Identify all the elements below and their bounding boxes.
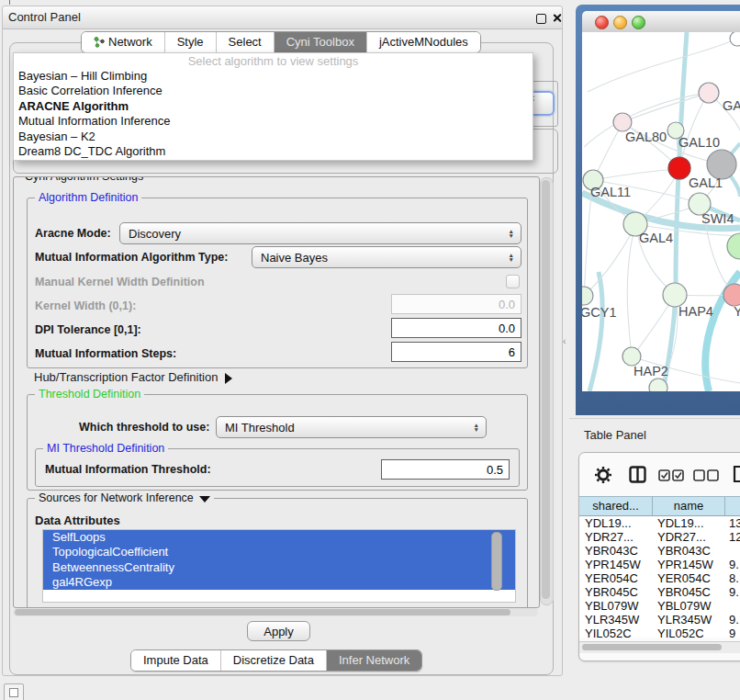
network-canvas[interactable]: GALGAL80GAL10GAL1GAL11SWI4GAL4GCY1HAP4YH…	[582, 32, 740, 391]
close-icon[interactable]	[552, 13, 562, 23]
cyni-bottom-tabbar: Impute DataDiscretize DataInfer Network	[130, 649, 422, 672]
network-node[interactable]	[727, 233, 740, 259]
data-attribute-item[interactable]: gal4RGexp	[43, 575, 515, 590]
table-body: YDL19...YDL19...13YDR27...YDR27...12YBR0…	[579, 516, 740, 638]
float-icon[interactable]	[536, 14, 546, 24]
tab-discretize-data[interactable]: Discretize Data	[220, 650, 326, 671]
zoom-traffic-light-icon[interactable]	[632, 16, 645, 29]
dpi-tolerance-input[interactable]	[391, 318, 521, 338]
table-row[interactable]: YDR27...YDR27...12	[579, 530, 740, 544]
table-hscrollbar-thumb[interactable]	[582, 644, 722, 650]
tab-select[interactable]: Select	[216, 32, 274, 52]
network-node[interactable]	[622, 347, 641, 366]
data-attribute-item[interactable]: SelfLoops	[43, 530, 515, 545]
table-row[interactable]: YBL079WYBL079W	[579, 599, 740, 613]
manual-kernel-checkbox[interactable]	[506, 275, 520, 288]
table-row[interactable]: YER054CYER054C8.	[579, 571, 740, 585]
mi-type-combobox[interactable]: Naive Bayes ▲▼	[252, 246, 521, 268]
kernel-width-label: Kernel Width (0,1):	[35, 299, 136, 312]
stepper-icon: ▲▼	[502, 229, 521, 239]
network-node[interactable]	[582, 287, 593, 305]
table-panel: shared... name YDL19...YDL19...13YDR27..…	[578, 452, 740, 661]
settings-vscrollbar-thumb[interactable]	[542, 180, 550, 599]
data-attributes-list[interactable]: SelfLoopsTopologicalCoefficientBetweenne…	[42, 529, 516, 603]
column-header-name[interactable]: name	[653, 497, 725, 515]
table-cell: 13	[723, 516, 740, 530]
tab-label: Style	[177, 32, 204, 52]
table-cell: YPR145W	[652, 558, 723, 571]
table-cell: 8.	[723, 571, 740, 585]
mi-threshold-group: MI Threshold Definition Mutual Informati…	[35, 448, 520, 487]
table-header-row: shared... name	[579, 496, 740, 516]
tab-jactivemnodules[interactable]: jActiveMNodules	[366, 32, 480, 52]
data-attribute-item[interactable]: BetweennessCentrality	[43, 560, 515, 575]
network-node[interactable]	[730, 32, 740, 46]
algorithm-option[interactable]: Bayesian – Hill Climbing	[14, 69, 533, 84]
network-node-labels: GALGAL80GAL10GAL1GAL11SWI4GAL4GCY1HAP4YH…	[582, 98, 740, 378]
pane-divider-caret[interactable]: ‹	[563, 336, 566, 346]
tab-network[interactable]: Network	[82, 32, 164, 52]
sources-title-text: Sources for Network Inference	[39, 491, 194, 504]
settings-hscrollbar-thumb[interactable]	[15, 609, 510, 615]
network-node[interactable]	[649, 378, 667, 391]
kernel-width-input[interactable]	[391, 294, 521, 314]
new-table-icon[interactable]	[733, 465, 740, 483]
algorithm-option[interactable]: Dream8 DC_TDC Algorithm	[14, 144, 533, 159]
aracne-mode-combobox[interactable]: Discovery ▲▼	[119, 222, 521, 244]
gear-icon[interactable]	[594, 466, 612, 484]
tab-label: jActiveMNodules	[379, 32, 468, 52]
tab-label: Network	[108, 32, 152, 52]
data-attribute-item[interactable]: TopologicalCoefficient	[43, 545, 515, 559]
hub-definition-expander[interactable]: Hub/Transcription Factor Definition	[34, 370, 232, 384]
settings-hscrollbar[interactable]	[13, 608, 538, 616]
table-panel-divider	[569, 418, 740, 419]
apply-button[interactable]: Apply	[247, 621, 310, 641]
network-window-titlebar[interactable]	[582, 11, 740, 33]
tab-style[interactable]: Style	[164, 32, 216, 52]
column-header-shared-name[interactable]: shared...	[579, 497, 653, 515]
column-header-clipped[interactable]	[725, 497, 740, 515]
aracne-mode-label: Aracne Mode:	[35, 227, 111, 240]
which-threshold-label: Which threshold to use:	[79, 421, 209, 434]
algorithm-option[interactable]: ARACNE Algorithm	[14, 99, 533, 114]
table-cell: YLR345W	[579, 613, 652, 627]
algorithm-popup-list: Select algorithm to view settings Bayesi…	[13, 52, 533, 161]
table-hscrollbar[interactable]	[579, 641, 740, 653]
table-cell: YBR045C	[652, 585, 723, 599]
network-node-label: GAL10	[678, 135, 720, 150]
list-scrollbar[interactable]	[491, 532, 502, 591]
network-node[interactable]	[723, 284, 740, 306]
table-row[interactable]: YBR043CYBR043C	[579, 544, 740, 558]
network-node[interactable]	[668, 157, 690, 179]
sources-group-title[interactable]: Sources for Network Inference	[35, 491, 214, 504]
algorithm-option[interactable]: Basic Correlation Inference	[14, 84, 533, 98]
minimize-traffic-light-icon[interactable]	[613, 16, 627, 29]
close-traffic-light-icon[interactable]	[595, 16, 609, 29]
mi-steps-input[interactable]	[391, 342, 521, 362]
table-cell: YDL19...	[652, 516, 723, 530]
split-columns-icon[interactable]	[629, 466, 646, 483]
mi-threshold-input[interactable]	[381, 459, 510, 480]
which-threshold-combobox[interactable]: MI Threshold ▲▼	[216, 416, 487, 438]
collapsed-panel-icon[interactable]	[4, 683, 24, 700]
algorithm-option[interactable]: Bayesian – K2	[14, 130, 533, 144]
table-row[interactable]: YLR345WYLR345W9.	[579, 613, 740, 627]
table-row[interactable]: YBR045CYBR045C9.	[579, 585, 740, 599]
network-node-label: HAP4	[678, 304, 713, 319]
network-node-label: Y	[734, 304, 740, 319]
data-attributes-label: Data Attributes	[35, 514, 120, 527]
tab-cyni-toolbox[interactable]: Cyni Toolbox	[274, 32, 366, 52]
settings-vscrollbar[interactable]	[540, 177, 554, 605]
network-node[interactable]	[613, 113, 632, 131]
tab-impute-data[interactable]: Impute Data	[131, 650, 220, 671]
checked-columns-icon[interactable]	[658, 469, 684, 481]
tab-infer-network[interactable]: Infer Network	[326, 650, 421, 671]
table-row[interactable]: YPR145WYPR145W9.	[579, 558, 740, 571]
unchecked-columns-icon[interactable]	[693, 469, 719, 481]
table-cell: YDR27...	[579, 530, 652, 544]
table-row[interactable]: YIL052CYIL052C9	[579, 627, 740, 638]
network-node[interactable]	[699, 83, 719, 103]
sources-group: Sources for Network Inference Data Attri…	[27, 498, 528, 608]
algorithm-option[interactable]: Mutual Information Inference	[14, 114, 533, 129]
table-row[interactable]: YDL19...YDL19...13	[579, 516, 740, 530]
